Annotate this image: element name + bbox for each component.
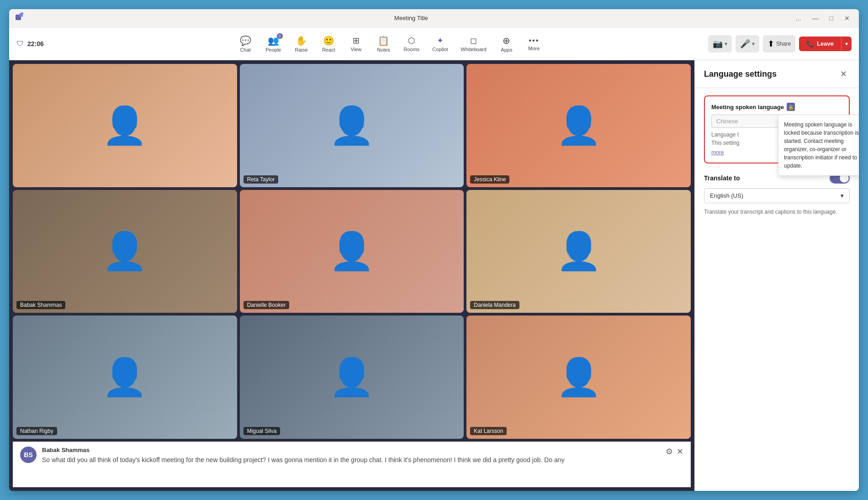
title-bar: Meeting Title ... — □ ✕	[9, 9, 859, 27]
mic-icon: 🎤	[740, 39, 750, 49]
share-label: Share	[776, 41, 791, 47]
participant-video-p1: 👤	[13, 64, 237, 187]
view-button[interactable]: ⊞ View	[344, 33, 369, 55]
whiteboard-button[interactable]: ◻ Whiteboard	[455, 33, 492, 55]
translate-description: Translate your transcript and captions t…	[704, 208, 850, 216]
participant-name-p6: Daniela Mandera	[470, 301, 519, 309]
rooms-icon: ⬡	[408, 36, 415, 46]
share-icon: ⬆	[767, 39, 774, 49]
participant-video-p3: 👤	[466, 64, 691, 187]
participant-name-p3: Jessica Kline	[470, 175, 509, 184]
people-button[interactable]: 👥 9 People	[260, 32, 286, 55]
view-label: View	[351, 47, 362, 52]
spoken-language-tooltip: Meeting spoken language is locked becaus…	[778, 115, 859, 176]
video-area: 👤 👤 Reta Taylor 👤 Jessica Kline 👤 Babak …	[9, 60, 694, 491]
video-cell-p5[interactable]: 👤 Danielle Booker	[240, 190, 464, 313]
more-link[interactable]: more	[711, 149, 724, 156]
participant-video-p8: 👤	[240, 316, 464, 439]
translate-chevron-icon: ▾	[841, 192, 844, 199]
notes-icon: 📋	[378, 35, 389, 46]
caption-settings-icon[interactable]: ⚙	[666, 447, 673, 457]
close-button[interactable]: ✕	[841, 14, 853, 23]
chat-button[interactable]: 💬 Chat	[233, 32, 258, 55]
translate-label: Translate to	[704, 174, 740, 182]
language-settings-panel: Language settings ✕ Meeting spoken langu…	[694, 60, 859, 491]
main-content: 👤 👤 Reta Taylor 👤 Jessica Kline 👤 Babak …	[9, 60, 859, 491]
maximize-button[interactable]: □	[826, 14, 837, 23]
app-window: Meeting Title ... — □ ✕ 🛡 22:06 💬 Chat 👥…	[9, 9, 859, 491]
caption-controls: ⚙ ✕	[666, 447, 683, 457]
rooms-button[interactable]: ⬡ Rooms	[398, 33, 425, 55]
react-label: React	[322, 47, 335, 53]
leave-button[interactable]: 📞 Leave ▾	[799, 37, 852, 51]
apps-icon: ⊕	[503, 35, 510, 46]
video-cell-p8[interactable]: 👤 Migual Silva	[240, 316, 464, 439]
mic-button[interactable]: 🎤 ▾	[736, 35, 759, 53]
participant-video-p6: 👤	[466, 190, 691, 313]
minimize-button[interactable]: —	[809, 14, 822, 23]
video-cell-p9[interactable]: 👤 Kat Larsson	[466, 316, 691, 439]
participant-video-p2: 👤	[240, 64, 464, 187]
copilot-icon: ✦	[437, 36, 444, 46]
translate-language-dropdown[interactable]: English (US) ▾	[704, 188, 850, 203]
participant-name-p7: Nathan Rigby	[16, 427, 57, 435]
participant-name-p5: Danielle Booker	[243, 301, 290, 309]
teams-logo	[15, 12, 25, 24]
video-cell-p6[interactable]: 👤 Daniela Mandera	[466, 190, 691, 313]
window-controls: ... — □ ✕	[792, 14, 853, 23]
more-label: More	[528, 46, 540, 51]
more-icon: •••	[529, 37, 539, 45]
chat-icon: 💬	[240, 35, 251, 46]
caption-content: Babak Shammas So what did you all think …	[42, 447, 660, 465]
whiteboard-icon: ◻	[470, 36, 477, 46]
participant-video-p4: 👤	[13, 190, 237, 313]
react-button[interactable]: 🙂 React	[316, 32, 342, 55]
panel-title: Language settings	[704, 69, 777, 79]
leave-label: Leave	[817, 40, 834, 47]
caption-bar: BS Babak Shammas So what did you all thi…	[13, 442, 691, 487]
video-cell-p2[interactable]: 👤 Reta Taylor	[240, 64, 464, 187]
more-button[interactable]: ••• More	[521, 34, 547, 54]
people-label: People	[265, 47, 281, 53]
caption-text: So what did you all think of today's kic…	[42, 455, 660, 465]
video-cell-p1[interactable]: 👤	[13, 64, 237, 187]
caption-close-icon[interactable]: ✕	[677, 447, 683, 457]
raise-button[interactable]: ✋ Raise	[289, 32, 314, 55]
leave-main[interactable]: 📞 Leave	[799, 37, 841, 51]
rooms-label: Rooms	[404, 47, 420, 52]
camera-icon: 📷	[713, 39, 723, 49]
phone-icon: 📞	[806, 40, 814, 47]
window-title: Meeting Title	[30, 15, 792, 21]
toolbar-center: 💬 Chat 👥 9 People ✋ Raise 🙂 React	[71, 32, 708, 55]
participant-name-p4: Babak Shammas	[16, 301, 65, 309]
participant-video-p9: 👤	[466, 316, 691, 439]
video-cell-p7[interactable]: 👤 Nathan Rigby	[13, 316, 237, 439]
lock-icon: 🔒	[787, 103, 795, 111]
apps-button[interactable]: ⊕ Apps	[494, 32, 519, 55]
video-grid: 👤 👤 Reta Taylor 👤 Jessica Kline 👤 Babak …	[13, 64, 691, 439]
more-options-button[interactable]: ...	[792, 14, 805, 23]
participant-name-p2: Reta Taylor	[243, 175, 278, 184]
svg-point-2	[21, 12, 23, 15]
people-badge: 9	[277, 33, 283, 39]
share-button[interactable]: ⬆ Share	[763, 35, 795, 53]
view-icon: ⊞	[353, 36, 360, 46]
video-cell-p4[interactable]: 👤 Babak Shammas	[13, 190, 237, 313]
participant-name-p9: Kat Larsson	[470, 427, 507, 435]
raise-icon: ✋	[296, 35, 307, 46]
panel-header: Language settings ✕	[695, 60, 859, 88]
leave-chevron-icon[interactable]: ▾	[841, 37, 852, 51]
notes-button[interactable]: 📋 Notes	[371, 32, 397, 55]
camera-chevron-icon: ▾	[725, 41, 727, 47]
meeting-toolbar: 🛡 22:06 💬 Chat 👥 9 People ✋ Raise	[9, 27, 859, 60]
participant-name-p8: Migual Silva	[243, 427, 281, 435]
toolbar-left: 🛡 22:06	[16, 40, 71, 48]
react-icon: 🙂	[323, 35, 334, 46]
video-cell-p3[interactable]: 👤 Jessica Kline	[466, 64, 691, 187]
translate-language-value: English (US)	[710, 192, 743, 199]
panel-close-button[interactable]: ✕	[837, 68, 850, 80]
copilot-button[interactable]: ✦ Copilot	[427, 33, 453, 55]
camera-button[interactable]: 📷 ▾	[708, 35, 732, 53]
participant-video-p5: 👤	[240, 190, 464, 313]
spoken-language-label: Meeting spoken language 🔒	[711, 103, 842, 111]
